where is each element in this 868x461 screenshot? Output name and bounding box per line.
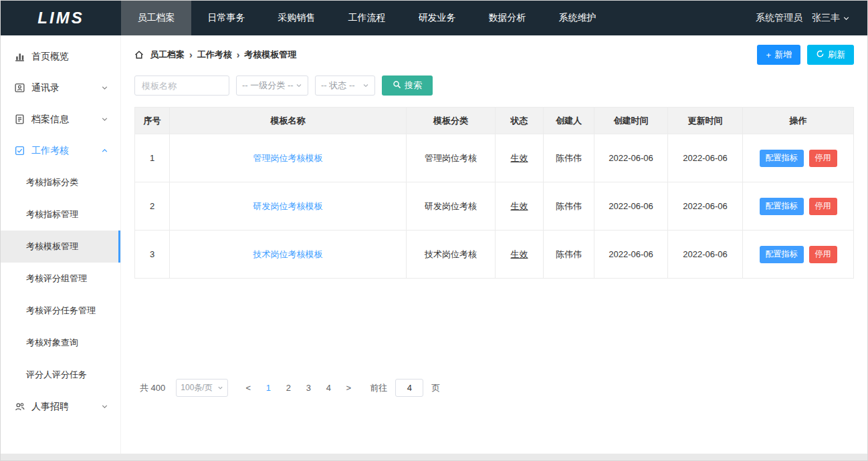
page-size-select[interactable]: 100条/页 xyxy=(176,379,228,397)
cell-created: 2022-06-06 xyxy=(594,134,668,182)
status-select-value: -- 状态 -- xyxy=(321,80,355,92)
sidebar-subitem-target-query[interactable]: 考核对象查询 xyxy=(1,327,120,359)
sidebar-subitem-indicator-management[interactable]: 考核指标管理 xyxy=(1,198,120,230)
disable-button[interactable]: 停用 xyxy=(809,246,837,263)
main-content: 员工档案 工作考核 考核模板管理 + 新增 刷新 xyxy=(121,35,867,454)
user-menu[interactable]: 张三丰 xyxy=(812,12,850,24)
configure-indicators-button[interactable]: 配置指标 xyxy=(760,150,804,167)
sidebar-subitem-template-management[interactable]: 考核模板管理 xyxy=(1,230,120,263)
top-bar: LIMS 员工档案 日常事务 采购销售 工作流程 研发业务 数据分析 系统维护 … xyxy=(1,1,867,35)
search-button[interactable]: 搜索 xyxy=(382,75,433,96)
document-icon xyxy=(14,114,25,125)
chevron-down-icon xyxy=(101,84,108,92)
column-header-status: 状态 xyxy=(496,108,544,134)
sidebar-item-label: 人事招聘 xyxy=(31,401,101,413)
sidebar-item-archive-info[interactable]: 档案信息 xyxy=(1,104,120,135)
top-tab-rd-business[interactable]: 研发业务 xyxy=(402,1,472,35)
cell-created: 2022-06-06 xyxy=(594,182,668,230)
page-number-2[interactable]: 2 xyxy=(280,383,296,393)
sidebar-item-home-overview[interactable]: 首页概览 xyxy=(1,41,120,72)
top-tab-system-maintenance[interactable]: 系统维护 xyxy=(542,1,613,35)
page-number-1[interactable]: 1 xyxy=(260,383,276,393)
top-tab-employee-archive[interactable]: 员工档案 xyxy=(121,1,191,35)
plus-icon: + xyxy=(766,50,771,60)
chevron-down-icon xyxy=(101,403,108,410)
cell-index: 2 xyxy=(135,182,170,230)
chevron-up-icon xyxy=(101,147,108,154)
cell-index: 1 xyxy=(135,134,170,182)
prev-page-button[interactable]: < xyxy=(240,383,256,393)
column-header-creator: 创建人 xyxy=(544,108,594,134)
cell-created: 2022-06-06 xyxy=(594,230,668,279)
sidebar-item-label: 档案信息 xyxy=(31,114,101,126)
goto-label: 前往 xyxy=(370,382,387,394)
top-tab-workflow[interactable]: 工作流程 xyxy=(332,1,402,35)
top-tab-data-analysis[interactable]: 数据分析 xyxy=(472,1,542,35)
status-badge: 生效 xyxy=(511,249,528,259)
breadcrumb-separator xyxy=(189,49,193,60)
next-page-button[interactable]: > xyxy=(340,383,356,393)
refresh-button[interactable]: 刷新 xyxy=(807,45,854,65)
template-name-link[interactable]: 管理岗位考核模板 xyxy=(253,153,323,163)
sidebar-item-work-assessment[interactable]: 工作考核 xyxy=(1,135,120,166)
status-badge: 生效 xyxy=(511,201,528,211)
cell-category: 研发岗位考核 xyxy=(407,182,496,230)
category-select[interactable]: -- 一级分类 -- xyxy=(236,75,308,96)
search-icon xyxy=(393,80,401,91)
sidebar-subitem-scoring-task-management[interactable]: 考核评分任务管理 xyxy=(1,295,120,327)
configure-indicators-button[interactable]: 配置指标 xyxy=(760,246,804,263)
breadcrumb-item[interactable]: 员工档案 xyxy=(150,49,185,61)
template-name-input[interactable] xyxy=(134,75,229,96)
table-row: 2 研发岗位考核模板 研发岗位考核 生效 陈伟伟 2022-06-06 2022… xyxy=(135,182,854,230)
page-number-4[interactable]: 4 xyxy=(320,383,336,393)
goto-page-input[interactable] xyxy=(395,379,423,397)
cell-index: 3 xyxy=(135,230,170,279)
top-nav: 员工档案 日常事务 采购销售 工作流程 研发业务 数据分析 系统维护 xyxy=(121,1,756,35)
home-icon xyxy=(134,50,144,59)
sidebar-item-label: 工作考核 xyxy=(31,145,101,157)
cell-category: 管理岗位考核 xyxy=(407,134,496,182)
top-tab-purchase-sales[interactable]: 采购销售 xyxy=(261,1,332,35)
pagination-total: 共 400 xyxy=(140,382,165,394)
add-button-label: 新增 xyxy=(774,49,792,61)
chevron-down-icon xyxy=(296,82,302,89)
template-name-link[interactable]: 技术岗位考核模板 xyxy=(253,249,323,259)
cell-creator: 陈伟伟 xyxy=(544,134,594,182)
sidebar-item-hr-recruitment[interactable]: 人事招聘 xyxy=(1,391,120,422)
disable-button[interactable]: 停用 xyxy=(809,150,837,167)
cell-updated: 2022-06-06 xyxy=(668,134,743,182)
sidebar-item-contacts[interactable]: 通讯录 xyxy=(1,72,120,104)
people-icon xyxy=(14,401,25,412)
column-header-updated: 更新时间 xyxy=(668,108,743,134)
audit-icon xyxy=(14,145,25,156)
column-header-index: 序号 xyxy=(135,108,170,134)
add-button[interactable]: + 新增 xyxy=(757,45,800,65)
category-select-value: -- 一级分类 -- xyxy=(242,80,294,92)
breadcrumb-item: 考核模板管理 xyxy=(244,49,296,61)
breadcrumb-item[interactable]: 工作考核 xyxy=(197,49,232,61)
column-header-name: 模板名称 xyxy=(170,108,407,134)
top-tab-daily-affairs[interactable]: 日常事务 xyxy=(191,1,261,35)
status-select[interactable]: -- 状态 -- xyxy=(315,75,375,96)
sidebar-subitem-scoring-group[interactable]: 考核评分组管理 xyxy=(1,263,120,295)
table-row: 3 技术岗位考核模板 技术岗位考核 生效 陈伟伟 2022-06-06 2022… xyxy=(135,230,854,279)
page-number-3[interactable]: 3 xyxy=(300,383,316,393)
app-window: LIMS 员工档案 日常事务 采购销售 工作流程 研发业务 数据分析 系统维护 … xyxy=(0,0,868,461)
template-name-link[interactable]: 研发岗位考核模板 xyxy=(253,201,323,211)
sidebar-subitem-rater-scoring-task[interactable]: 评分人评分任务 xyxy=(1,359,120,391)
breadcrumb-separator xyxy=(237,49,240,60)
disable-button[interactable]: 停用 xyxy=(809,198,837,215)
chevron-down-icon xyxy=(843,15,850,22)
sidebar-subitem-indicator-category[interactable]: 考核指标分类 xyxy=(1,166,120,198)
user-name: 张三丰 xyxy=(812,12,840,24)
configure-indicators-button[interactable]: 配置指标 xyxy=(760,198,804,215)
table-header-row: 序号 模板名称 模板分类 状态 创建人 创建时间 更新时间 操作 xyxy=(135,108,854,134)
page-size-value: 100条/页 xyxy=(181,382,212,394)
cell-updated: 2022-06-06 xyxy=(668,230,743,279)
bar-chart-icon xyxy=(14,51,25,62)
table-row: 1 管理岗位考核模板 管理岗位考核 生效 陈伟伟 2022-06-06 2022… xyxy=(135,134,854,182)
sidebar-item-label: 通讯录 xyxy=(31,82,101,94)
refresh-button-label: 刷新 xyxy=(828,49,845,61)
sidebar: 首页概览 通讯录 档案信息 xyxy=(1,35,121,454)
breadcrumb: 员工档案 工作考核 考核模板管理 xyxy=(134,49,296,61)
